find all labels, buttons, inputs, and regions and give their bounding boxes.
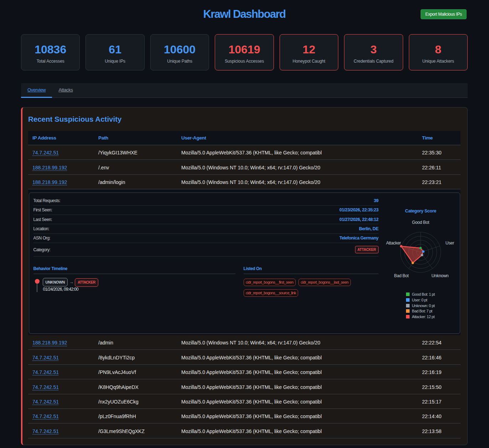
svg-text:Unknown: Unknown — [431, 273, 448, 278]
svg-text:Good Bot: Good Bot — [412, 220, 429, 225]
svg-text:Bad Bot: Bad Bot — [394, 273, 409, 278]
svg-text:Attacker: Attacker — [386, 240, 401, 245]
svg-text:User: User — [445, 240, 454, 245]
